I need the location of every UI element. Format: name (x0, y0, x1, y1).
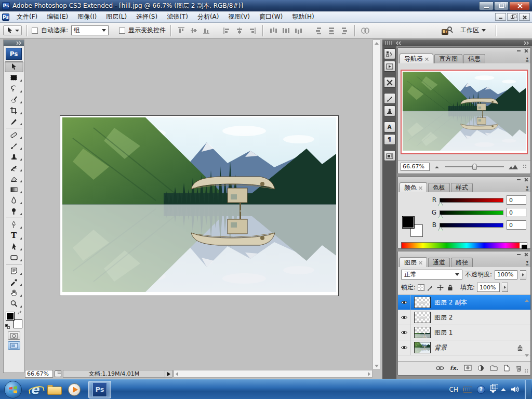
scroll-up-icon[interactable] (375, 42, 379, 45)
red-value-input[interactable]: 0 (507, 195, 526, 205)
red-slider[interactable] (440, 198, 503, 203)
distribute-top-edges-button[interactable] (268, 25, 279, 36)
menu-help[interactable]: 帮助(H) (287, 11, 318, 22)
blur-tool[interactable] (5, 195, 23, 206)
clone-stamp-tool[interactable] (5, 151, 23, 162)
hand-tool[interactable] (5, 287, 23, 298)
distribute-bottom-edges-button[interactable] (292, 25, 304, 36)
crop-tool[interactable] (5, 105, 23, 116)
distribute-horizontal-centers-button[interactable] (326, 25, 337, 36)
layer-name[interactable]: 图层 2 副本 (434, 298, 467, 307)
type-tool[interactable]: T (5, 230, 23, 241)
layer-name[interactable]: 图层 1 (434, 328, 453, 337)
vertical-scrollbar[interactable] (373, 39, 380, 370)
visibility-toggle[interactable] (398, 325, 410, 340)
fill-flyout-button[interactable] (502, 283, 508, 292)
lock-transparency-icon[interactable] (418, 284, 424, 291)
distribute-vertical-centers-button[interactable] (280, 25, 291, 36)
eyedropper-tool[interactable] (5, 276, 23, 287)
minimize-button[interactable] (479, 2, 494, 10)
align-vertical-centers-button[interactable] (188, 25, 200, 36)
show-transform-checkbox[interactable] (119, 28, 125, 34)
rectangular-marquee-tool[interactable] (5, 72, 23, 83)
green-value-input[interactable]: 0 (507, 208, 526, 217)
distribute-left-edges-button[interactable] (313, 25, 325, 36)
quick-selection-tool[interactable] (5, 94, 23, 105)
bridge-button[interactable]: Br (442, 26, 452, 35)
scroll-right-icon[interactable] (368, 372, 370, 376)
menu-edit[interactable]: 编辑(E) (42, 11, 73, 22)
tab-close-icon[interactable] (419, 261, 422, 264)
swap-colors-icon[interactable] (17, 311, 23, 316)
keyboard-icon[interactable] (463, 387, 472, 393)
tab-close-icon[interactable] (419, 186, 422, 190)
navigator-zoom-slider[interactable] (445, 163, 504, 170)
brushes-panel-button[interactable] (384, 93, 395, 104)
panel-menu-icon[interactable]: ▾≡ (525, 186, 529, 191)
default-colors-icon[interactable] (5, 324, 10, 329)
resize-grip-icon[interactable] (523, 164, 528, 169)
scroll-up-icon[interactable] (525, 299, 529, 302)
blue-value-input[interactable]: 0 (507, 220, 526, 230)
panel-close-icon[interactable] (524, 178, 528, 182)
scroll-down-icon[interactable] (375, 365, 379, 367)
brush-tool[interactable] (5, 140, 23, 151)
layer-thumbnail[interactable] (414, 342, 431, 353)
layer-row-background[interactable]: 背景 (398, 340, 530, 355)
tab-info[interactable]: 信息 (463, 54, 485, 63)
panel-minimize-icon[interactable] (516, 49, 521, 53)
lock-pixels-icon[interactable] (427, 284, 434, 291)
navigator-zoom-input[interactable]: 66.67% (401, 163, 430, 171)
foreground-color-swatch[interactable] (402, 216, 415, 229)
resize-grip-icon[interactable] (524, 369, 529, 374)
lock-position-icon[interactable] (436, 284, 444, 291)
show-desktop-button[interactable] (525, 380, 531, 399)
blue-slider-thumb[interactable] (438, 227, 443, 231)
history-brush-tool[interactable] (5, 162, 23, 173)
move-tool[interactable] (5, 61, 23, 72)
add-layer-mask-icon[interactable] (464, 365, 472, 371)
layer-row-layer2-copy[interactable]: 图层 2 副本 (398, 295, 530, 310)
doc-close-button[interactable] (519, 13, 530, 21)
dodge-tool[interactable] (5, 206, 23, 217)
color-spectrum-ramp[interactable] (401, 242, 527, 249)
layer-thumbnail[interactable] (414, 327, 431, 338)
foreground-color-swatch[interactable] (6, 312, 15, 321)
shape-tool[interactable] (5, 252, 23, 263)
menu-view[interactable]: 视图(V) (223, 11, 255, 22)
document-profile-icon[interactable] (55, 370, 61, 377)
help-tray-icon[interactable]: ? (477, 385, 485, 394)
tab-navigator[interactable]: 导航器 (400, 54, 433, 63)
taskbar-internet-explorer[interactable]: e (25, 381, 45, 398)
healing-brush-tool[interactable] (5, 129, 23, 140)
opacity-flyout-button[interactable] (520, 270, 526, 280)
align-left-edges-button[interactable] (221, 25, 233, 36)
delete-layer-icon[interactable] (515, 365, 522, 371)
blend-mode-dropdown[interactable]: 正常 (401, 270, 462, 280)
zoom-out-icon[interactable] (434, 164, 441, 169)
zoom-tool[interactable] (5, 298, 23, 309)
expand-right-chevrons-icon[interactable] (524, 41, 529, 45)
visibility-toggle[interactable] (398, 295, 410, 310)
notes-tool[interactable] (5, 265, 23, 276)
tab-close-icon[interactable] (425, 57, 429, 61)
taskbar-media-player[interactable] (64, 381, 84, 398)
workspace-button[interactable]: 工作区 (457, 25, 489, 36)
status-zoom-input[interactable]: 66.67% (25, 370, 53, 378)
navigator-view-box[interactable] (401, 70, 528, 154)
layer-name[interactable]: 图层 2 (434, 313, 453, 322)
tab-swatches[interactable]: 色板 (428, 183, 450, 192)
panel-menu-icon[interactable]: ▾≡ (525, 57, 529, 62)
opacity-input[interactable]: 100% (495, 270, 517, 280)
pen-tool[interactable] (5, 219, 23, 230)
layer-name[interactable]: 背景 (434, 343, 447, 352)
background-color-swatch[interactable] (14, 320, 22, 328)
layer-thumbnail[interactable] (414, 312, 431, 323)
tab-paths[interactable]: 路径 (451, 258, 473, 267)
layer-comps-panel-button[interactable] (384, 150, 395, 161)
menu-analysis[interactable]: 分析(A) (193, 11, 224, 22)
show-hidden-icons-button[interactable] (501, 388, 506, 391)
tab-histogram[interactable]: 直方图 (434, 54, 462, 63)
tray-window-menu[interactable] (490, 385, 496, 393)
menu-select[interactable]: 选择(S) (131, 11, 162, 22)
